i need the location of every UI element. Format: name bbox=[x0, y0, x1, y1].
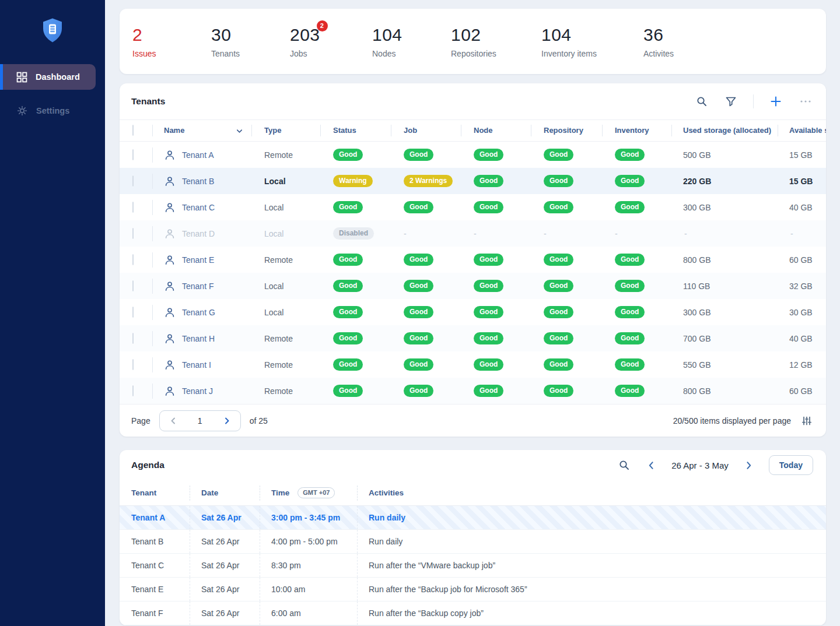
stat-value: 36 bbox=[643, 25, 663, 45]
status-cell: Good bbox=[320, 280, 391, 292]
repository-cell: Good bbox=[531, 385, 602, 397]
row-checkbox[interactable] bbox=[132, 175, 134, 187]
inventory-cell: Good bbox=[602, 201, 671, 213]
status-cell: Good bbox=[320, 358, 391, 371]
table-row[interactable]: Tenant GLocalGoodGoodGoodGoodGood300 GB3… bbox=[120, 299, 826, 325]
previous-week-button[interactable] bbox=[645, 459, 657, 472]
table-row[interactable]: Tenant FLocalGoodGoodGoodGoodGood110 GB3… bbox=[120, 273, 826, 299]
plus-icon bbox=[770, 96, 782, 107]
agenda-row[interactable]: Tenant FSat 26 Apr6:00 amRun after the “… bbox=[120, 602, 826, 625]
agenda-column-tenant[interactable]: Tenant bbox=[120, 487, 190, 500]
table-row[interactable]: Tenant HRemoteGoodGoodGoodGoodGood700 GB… bbox=[120, 325, 826, 351]
agenda-row[interactable]: Tenant CSat 26 Apr8:30 pmRun after the “… bbox=[120, 554, 826, 578]
stat-repositories[interactable]: 102 Repositories bbox=[451, 25, 541, 58]
row-checkbox[interactable] bbox=[132, 359, 134, 370]
search-button[interactable] bbox=[695, 94, 709, 108]
tenants-table-header: Name Type Status Job Node Repository Inv… bbox=[120, 119, 826, 142]
table-row[interactable]: Tenant JRemoteGoodGoodGoodGoodGood800 GB… bbox=[120, 378, 826, 404]
table-row[interactable]: Tenant IRemoteGoodGoodGoodGoodGood550 GB… bbox=[120, 351, 826, 378]
display-settings-button[interactable] bbox=[800, 414, 813, 427]
column-header-job[interactable]: Job bbox=[391, 125, 461, 136]
table-row[interactable]: Tenant ERemoteGoodGoodGoodGoodGood800 GB… bbox=[120, 247, 826, 273]
stat-value: 2 bbox=[132, 25, 142, 45]
today-button[interactable]: Today bbox=[769, 455, 813, 475]
agenda-search-button[interactable] bbox=[617, 458, 631, 472]
column-header-available-storage[interactable]: Available storage bbox=[778, 125, 826, 136]
column-header-type[interactable]: Type bbox=[251, 125, 320, 136]
table-row[interactable]: Tenant CLocalGoodGoodGoodGoodGood300 GB4… bbox=[120, 194, 826, 220]
row-checkbox[interactable] bbox=[132, 385, 134, 396]
repository-badge: Good bbox=[544, 175, 573, 187]
next-page-button[interactable] bbox=[221, 415, 233, 427]
job-empty: - bbox=[391, 229, 407, 238]
column-header-repository[interactable]: Repository bbox=[531, 125, 602, 136]
tenant-name: Tenant F bbox=[182, 282, 214, 291]
column-header-used-storage[interactable]: Used storage (allocated) bbox=[671, 125, 778, 136]
add-tenant-button[interactable] bbox=[769, 94, 783, 108]
inventory-badge: Good bbox=[615, 385, 645, 397]
table-row[interactable]: Tenant BLocalWarning2 WarningsGoodGoodGo… bbox=[120, 168, 826, 194]
status-cell: Good bbox=[320, 254, 391, 266]
row-checkbox-cell bbox=[120, 176, 152, 187]
stat-jobs[interactable]: 2032 Jobs bbox=[290, 25, 372, 58]
tenant-name-cell: Tenant C bbox=[152, 200, 251, 215]
select-all-checkbox[interactable] bbox=[132, 125, 134, 136]
main-content: 2 Issues 30 Tenants 2032 Jobs 104 Nodes … bbox=[105, 0, 840, 626]
stat-value: 102 bbox=[451, 25, 481, 45]
stat-nodes[interactable]: 104 Nodes bbox=[372, 25, 451, 58]
previous-page-button[interactable] bbox=[167, 415, 179, 427]
next-week-button[interactable] bbox=[743, 459, 755, 472]
agenda-column-date[interactable]: Date bbox=[190, 487, 260, 500]
job-cell: Good bbox=[391, 385, 461, 397]
used-storage: 800 GB bbox=[671, 386, 778, 396]
stat-activities[interactable]: 36 Activites bbox=[643, 25, 722, 58]
job-cell: - bbox=[391, 228, 461, 239]
agenda-row[interactable]: Tenant ESat 26 Apr10:00 amRun after the … bbox=[120, 578, 826, 602]
agenda-column-time[interactable]: Time GMT +07 bbox=[260, 487, 357, 500]
available-storage: 40 GB bbox=[778, 203, 826, 212]
agenda-column-activities[interactable]: Activities bbox=[357, 487, 826, 500]
tenant-type: Remote bbox=[251, 360, 320, 370]
sidebar-item-settings[interactable]: Settings bbox=[0, 98, 105, 124]
repository-empty: - bbox=[531, 229, 547, 238]
available-storage: 60 GB bbox=[778, 255, 826, 265]
job-cell: 2 Warnings bbox=[391, 175, 461, 187]
row-checkbox[interactable] bbox=[132, 149, 134, 160]
row-checkbox[interactable] bbox=[132, 307, 134, 318]
inventory-cell: Good bbox=[602, 254, 671, 266]
node-cell: Good bbox=[461, 254, 531, 266]
agenda-row[interactable]: Tenant BSat 26 Apr4:00 pm - 5:00 pmRun d… bbox=[120, 530, 826, 554]
current-page-value[interactable]: 1 bbox=[198, 416, 202, 425]
stat-issues[interactable]: 2 Issues bbox=[132, 25, 211, 58]
column-header-node[interactable]: Node bbox=[461, 125, 531, 136]
stat-value: 104 bbox=[372, 25, 402, 45]
table-row[interactable]: Tenant ARemoteGoodGoodGoodGoodGood500 GB… bbox=[120, 142, 826, 168]
inventory-cell: Good bbox=[602, 175, 671, 187]
row-checkbox[interactable] bbox=[132, 202, 134, 213]
row-checkbox[interactable] bbox=[132, 280, 134, 291]
stat-inventory-items[interactable]: 104 Inventory items bbox=[541, 25, 643, 58]
row-checkbox[interactable] bbox=[132, 254, 134, 265]
chevron-right-icon bbox=[222, 416, 232, 425]
agenda-row[interactable]: Tenant ASat 26 Apr3:00 pm - 3:45 pmRun d… bbox=[120, 506, 826, 530]
row-checkbox[interactable] bbox=[132, 228, 134, 239]
repository-badge: Good bbox=[544, 149, 573, 161]
repository-badge: Good bbox=[544, 280, 573, 292]
stat-tenants[interactable]: 30 Tenants bbox=[211, 25, 290, 58]
stats-bar: 2 Issues 30 Tenants 2032 Jobs 104 Nodes … bbox=[120, 9, 826, 74]
filter-button[interactable] bbox=[724, 94, 738, 108]
used-storage: 500 GB bbox=[671, 150, 778, 160]
sidebar-item-dashboard[interactable]: Dashboard bbox=[0, 64, 96, 90]
node-cell: Good bbox=[461, 385, 531, 397]
node-badge: Good bbox=[474, 254, 503, 266]
more-options-button[interactable] bbox=[798, 94, 813, 108]
status-cell: Good bbox=[320, 306, 391, 318]
column-header-inventory[interactable]: Inventory bbox=[602, 125, 671, 136]
table-row[interactable]: Tenant DLocalDisabled------ bbox=[120, 220, 826, 247]
column-header-status[interactable]: Status bbox=[320, 125, 391, 136]
tenant-name: Tenant A bbox=[182, 150, 214, 160]
column-header-name[interactable]: Name bbox=[152, 125, 251, 136]
row-checkbox[interactable] bbox=[132, 333, 134, 344]
status-badge: Good bbox=[333, 332, 363, 344]
tenant-name: Tenant B bbox=[182, 177, 214, 186]
